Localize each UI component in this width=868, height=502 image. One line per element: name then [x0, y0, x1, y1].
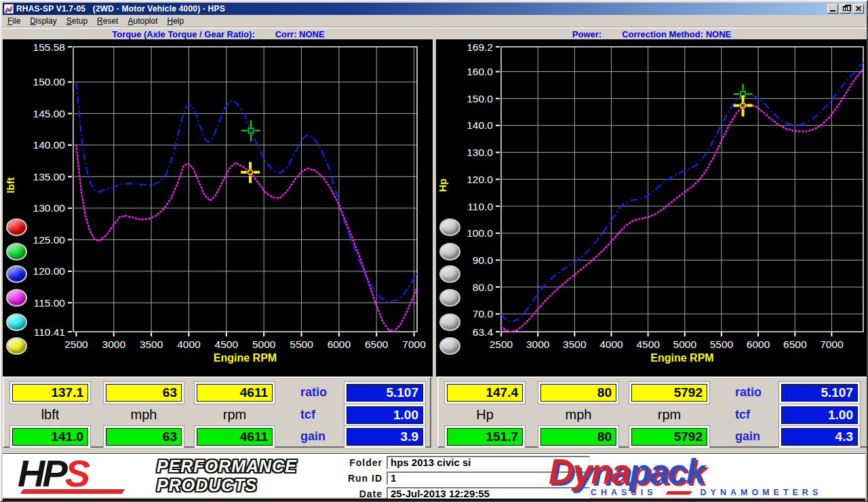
menu-display[interactable]: Display [25, 15, 61, 27]
footer-white-area: HPS PERFORMANCE PRODUCTS Folder hps 2013… [3, 453, 865, 497]
power-cursor1-value: 147.4 [447, 384, 523, 402]
minimize-button[interactable] [827, 4, 838, 14]
titlebar[interactable]: RHAS-SP V1.7-05 (2WD - Motor Vehicle 400… [3, 3, 865, 15]
svg-text:4000: 4000 [177, 339, 201, 350]
torque-tcf-value: 1.00 [347, 406, 423, 424]
torque-gain-value: 3.9 [347, 428, 423, 446]
svg-text:155.58: 155.58 [33, 41, 65, 53]
svg-text:lbft: lbft [5, 177, 16, 193]
footer-bottom-strip [3, 499, 865, 502]
svg-text:2500: 2500 [64, 339, 88, 350]
menu-reset[interactable]: Reset [92, 15, 123, 27]
trace-button-left-5[interactable] [6, 313, 27, 331]
restore-icon [843, 6, 848, 11]
hps-tagline: PERFORMANCE PRODUCTS [157, 457, 297, 495]
svg-text:150.00: 150.00 [33, 76, 66, 88]
svg-text:4500: 4500 [215, 339, 239, 350]
trace-button-left-3[interactable] [6, 265, 27, 283]
power-cursor2-mph: 80 [540, 428, 616, 446]
torque-tcf-label: tcf [300, 406, 342, 424]
trace-button-right-5[interactable] [439, 313, 460, 331]
torque-cursor1-mph: 63 [106, 384, 182, 402]
power-ratio-value: 5.107 [781, 384, 858, 402]
dynapack-tagline: CHASSIS DYNAMOMETERS [591, 488, 822, 497]
svg-text:150.0: 150.0 [467, 93, 493, 104]
power-readout-panel: 147.4 80 5792 ratio 5.107 Hp mph rpm tcf… [437, 376, 868, 448]
svg-text:110.41: 110.41 [34, 326, 65, 338]
svg-text:3000: 3000 [526, 339, 550, 350]
minimize-icon [830, 10, 835, 12]
svg-text:7000: 7000 [402, 339, 426, 350]
torque-cursor2-rpm: 4611 [197, 428, 273, 446]
menubar: File Display Setup Reset Autoplot Help [3, 15, 865, 27]
close-button[interactable]: ✕ [853, 4, 864, 14]
svg-text:5500: 5500 [290, 339, 313, 350]
svg-text:120.0: 120.0 [467, 174, 493, 185]
power-chart[interactable]: 169.2160.0150.0140.0130.0120.0110.0100.0… [436, 39, 868, 376]
menu-autoplot[interactable]: Autoplot [123, 15, 162, 27]
trace-button-left-4[interactable] [6, 289, 27, 307]
svg-text:5500: 5500 [710, 339, 734, 350]
run-id-label: Run ID [328, 471, 382, 485]
trace-button-left-2[interactable] [6, 243, 27, 260]
close-icon: ✕ [855, 5, 862, 12]
svg-text:4000: 4000 [599, 339, 623, 350]
svg-text:6000: 6000 [328, 339, 351, 350]
svg-text:Hp: Hp [437, 178, 448, 192]
torque-title: Torque (Axle Torque / Gear Ratio): [112, 29, 254, 39]
torque-chart[interactable]: 155.58150.00145.00140.00135.00130.00125.… [3, 39, 433, 376]
power-cursor1-mph: 80 [540, 384, 616, 402]
app-window: RHAS-SP V1.7-05 (2WD - Motor Vehicle 400… [0, 0, 868, 502]
svg-text:160.0: 160.0 [467, 66, 493, 77]
trace-button-right-1[interactable] [439, 218, 460, 236]
power-title: Power: [572, 29, 601, 39]
svg-text:3000: 3000 [102, 339, 126, 350]
torque-plot[interactable]: 155.58150.00145.00140.00135.00130.00125.… [3, 39, 433, 376]
svg-text:169.2: 169.2 [467, 41, 493, 53]
svg-text:120.00: 120.00 [33, 265, 66, 277]
footer: HPS PERFORMANCE PRODUCTS Folder hps 2013… [3, 448, 865, 502]
power-tcf-value: 1.00 [781, 406, 858, 424]
svg-text:63.4: 63.4 [473, 326, 494, 338]
torque-cursor1-value: 137.1 [12, 384, 88, 402]
trace-button-left-1[interactable] [6, 218, 27, 236]
power-unit-label: Hp [447, 406, 523, 424]
svg-text:5000: 5000 [252, 339, 276, 350]
dynapack-logo: Dynapack CHASSIS DYNAMOMETERS [549, 452, 867, 499]
svg-text:115.00: 115.00 [34, 297, 66, 309]
menu-file[interactable]: File [3, 15, 25, 27]
power-correction-label: Correction Method: NONE [622, 29, 731, 39]
torque-rpm-label: rpm [197, 406, 273, 424]
trace-button-left-6[interactable] [6, 337, 27, 355]
torque-cursor1-rpm: 4611 [197, 384, 273, 402]
svg-text:130.00: 130.00 [33, 202, 66, 214]
trace-button-right-2[interactable] [439, 243, 460, 260]
trace-button-right-3[interactable] [439, 265, 460, 283]
torque-ratio-label: ratio [300, 384, 342, 402]
dynapack-dash-icon [665, 491, 692, 495]
trace-button-right-6[interactable] [439, 337, 460, 355]
torque-unit-label: lbft [12, 406, 88, 424]
power-chart-header: Power: Correction Method: NONE [435, 28, 868, 39]
power-plot[interactable]: 169.2160.0150.0140.0130.0120.0110.0100.0… [436, 39, 868, 376]
restore-button[interactable] [840, 4, 850, 14]
svg-text:70.0: 70.0 [473, 308, 494, 320]
trace-button-right-4[interactable] [439, 289, 460, 307]
menu-help[interactable]: Help [163, 15, 189, 27]
power-gain-label: gain [735, 428, 777, 446]
svg-text:4500: 4500 [636, 339, 660, 350]
torque-cursor2-mph: 63 [106, 428, 182, 446]
svg-text:6500: 6500 [365, 339, 389, 350]
svg-text:3500: 3500 [563, 339, 587, 350]
torque-correction-label: Corr: NONE [275, 29, 325, 39]
hps-swoosh [20, 489, 125, 494]
power-cursor2-rpm: 5792 [631, 428, 707, 446]
app-icon [4, 4, 14, 14]
svg-text:130.0: 130.0 [467, 147, 493, 158]
power-cursor2-value: 151.7 [447, 428, 523, 446]
svg-text:Engine RPM: Engine RPM [650, 352, 713, 364]
power-rpm-label: rpm [631, 406, 707, 424]
svg-text:90.0: 90.0 [473, 254, 494, 266]
menu-setup[interactable]: Setup [62, 15, 92, 27]
charts-row: 155.58150.00145.00140.00135.00130.00125.… [3, 39, 865, 376]
